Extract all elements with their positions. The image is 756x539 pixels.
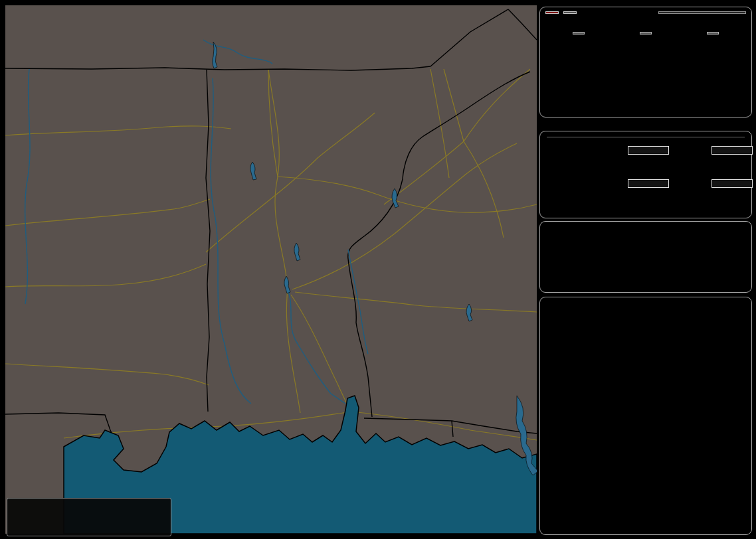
recent-plus-icon — [99, 511, 118, 522]
session-grid — [544, 303, 745, 308]
old-circle-plus-icon — [79, 523, 99, 534]
legend-col-ncg — [45, 500, 63, 511]
close-column — [613, 25, 680, 40]
legend-symbols-label — [10, 500, 45, 511]
recent-circle-minus-icon — [45, 511, 63, 522]
lightning-distribution-panel — [539, 131, 752, 218]
map-symbol-legend — [7, 498, 171, 536]
nexstorm-window: { "header": { "strike_button": "STRIKE",… — [0, 0, 756, 539]
noises-per-min-header[interactable] — [707, 32, 719, 35]
trend-graph-row — [548, 317, 745, 327]
recent-minus-icon — [63, 511, 79, 522]
age-90 — [171, 523, 197, 534]
lightning-map[interactable] — [5, 5, 537, 534]
session-trend-panel — [539, 297, 752, 535]
legend-col-pic — [99, 500, 118, 511]
bearing-distance-readout — [658, 11, 746, 14]
status-grid — [547, 237, 745, 246]
noises-column — [679, 25, 746, 40]
cloud-ground-row — [547, 143, 745, 157]
intracloud-row — [547, 176, 745, 191]
old-minus-icon — [63, 523, 79, 534]
cg-neg-bar — [711, 146, 753, 155]
legend-col-pcg — [79, 500, 99, 511]
trend-graph-chart — [541, 360, 751, 532]
noise-button[interactable] — [563, 11, 577, 14]
intracloud-count-row — [547, 191, 745, 205]
recent-circle-plus-icon — [79, 511, 99, 522]
old-plus-icon — [99, 523, 118, 534]
legend-age-title — [118, 500, 197, 511]
legend-recent-label — [10, 511, 45, 522]
strike-button[interactable] — [545, 11, 559, 14]
distribution-title — [547, 135, 745, 137]
strikes-column — [545, 25, 613, 40]
age-45 — [171, 511, 197, 522]
old-circle-minus-icon — [45, 523, 63, 534]
cg-pos-bar — [628, 146, 669, 155]
close-per-min-header[interactable] — [640, 32, 652, 35]
status-panel — [539, 221, 752, 293]
age-15 — [118, 511, 144, 522]
age-30 — [144, 511, 171, 522]
map-canvas[interactable] — [5, 5, 537, 534]
ic-neg-bar — [711, 179, 753, 188]
strikes-per-min-header[interactable] — [573, 32, 585, 35]
age-75 — [144, 523, 171, 534]
legend-old-label — [10, 523, 45, 534]
ic-pos-bar — [628, 179, 669, 188]
age-60 — [118, 523, 144, 534]
strike-counters-panel — [539, 7, 752, 117]
cloud-ground-count-row — [547, 157, 745, 172]
legend-col-nic — [63, 500, 79, 511]
